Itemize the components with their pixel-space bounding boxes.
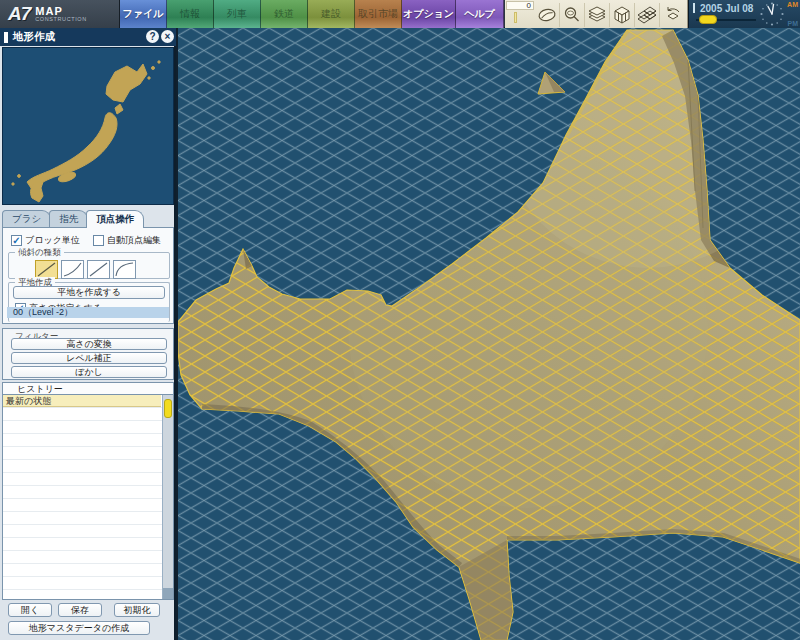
menu-options[interactable]: オプション xyxy=(402,0,456,28)
menu-market[interactable]: 取引市場 xyxy=(355,0,402,28)
history-scroll-end[interactable] xyxy=(163,588,173,599)
view-toolbar: 0 xyxy=(505,0,688,28)
slope-diagonal-icon[interactable] xyxy=(87,260,110,279)
history-scrollbar[interactable] xyxy=(162,395,173,599)
slope-type-legend: 傾斜の種類 xyxy=(15,247,64,259)
help-icon[interactable]: ? xyxy=(146,30,159,43)
blur-button[interactable]: ぼかし xyxy=(11,366,167,378)
init-button[interactable]: 初期化 xyxy=(114,603,160,617)
block-unit-label: ブロック単位 xyxy=(25,234,80,247)
menu-file[interactable]: ファイル xyxy=(120,0,167,28)
slope-concave-icon[interactable] xyxy=(61,260,84,279)
panel-title: 地形作成 xyxy=(13,30,55,44)
menu-construction[interactable]: 建設 xyxy=(308,0,355,28)
date-marker xyxy=(693,3,695,13)
analog-clock-icon xyxy=(759,1,785,27)
toolbar-indicator xyxy=(514,12,517,23)
minimap-hokkaido xyxy=(106,64,147,102)
master-data-button[interactable]: 地形マスタデータの作成 xyxy=(8,621,150,635)
terrain-disc-icon[interactable] xyxy=(535,3,560,27)
magnifier-icon[interactable] xyxy=(560,3,585,27)
rotate-layer-icon[interactable] xyxy=(660,3,685,27)
history-scroll-thumb[interactable] xyxy=(164,399,172,418)
filter-section: フィルター 高さの変換 レベル補正 ぼかし xyxy=(2,328,174,380)
menu-info[interactable]: 情報 xyxy=(167,0,214,28)
menu-railway[interactable]: 鉄道 xyxy=(261,0,308,28)
counter-display: 0 xyxy=(506,1,534,10)
app-logo: A7 MAP CONSTRUCTION xyxy=(0,0,120,28)
logo-construction-text: CONSTRUCTION xyxy=(35,17,87,23)
block-unit-checkbox[interactable]: ✓ xyxy=(11,235,22,246)
menu-help[interactable]: ヘルプ xyxy=(456,0,504,28)
level-correction-button[interactable]: レベル補正 xyxy=(11,352,167,364)
height-level-value[interactable]: 00（Level -2） xyxy=(7,307,169,318)
menu-bar: ファイル 情報 列車 鉄道 建設 取引市場 オプション ヘルプ xyxy=(120,0,504,28)
tab-vertex-operation[interactable]: 頂点操作 xyxy=(86,210,144,228)
game-clock-panel: 2005 Jul 08 AM PM xyxy=(688,0,800,28)
layer-stack-icon[interactable] xyxy=(585,3,610,27)
time-slider-thumb[interactable] xyxy=(699,15,717,24)
app-window: A7 MAP CONSTRUCTION ファイル 情報 列車 鉄道 建設 取引市… xyxy=(0,0,800,640)
panel-title-bar: 地形作成 ? × xyxy=(0,28,176,46)
terrain-tool-panel: 地形作成 ? × ブラシ 指先 頂点操作 xyxy=(0,28,176,640)
auto-vertex-label: 自動頂点編集 xyxy=(107,234,161,247)
mesh-icon[interactable] xyxy=(635,3,660,27)
tool-tabs: ブラシ 指先 頂点操作 xyxy=(2,210,142,228)
terrain-3d-view[interactable] xyxy=(178,28,800,640)
am-label: AM xyxy=(787,1,798,8)
vertex-tab-content: ✓ ブロック単位 自動頂点編集 傾斜の種類 xyxy=(2,227,174,324)
game-date: 2005 Jul 08 xyxy=(700,3,753,14)
pm-label: PM xyxy=(788,20,799,27)
create-flat-button[interactable]: 平地を作成する xyxy=(13,286,165,299)
title-accent-bar xyxy=(4,32,8,43)
a7-logo-icon: A7 xyxy=(8,3,30,25)
slope-convex-icon[interactable] xyxy=(113,260,136,279)
tab-brush[interactable]: ブラシ xyxy=(2,210,51,228)
block-stack-icon[interactable] xyxy=(610,3,635,27)
history-item-latest[interactable]: 最新の状態 xyxy=(3,395,161,407)
height-convert-button[interactable]: 高さの変換 xyxy=(11,338,167,350)
top-menu-bar: A7 MAP CONSTRUCTION ファイル 情報 列車 鉄道 建設 取引市… xyxy=(0,0,800,28)
japan-minimap[interactable] xyxy=(2,47,174,205)
close-icon[interactable]: × xyxy=(161,30,174,43)
open-button[interactable]: 開く xyxy=(8,603,52,617)
history-list[interactable]: 最新の状態 xyxy=(2,394,174,600)
auto-vertex-checkbox[interactable] xyxy=(93,235,104,246)
menu-train[interactable]: 列車 xyxy=(214,0,261,28)
save-button[interactable]: 保存 xyxy=(58,603,102,617)
tab-fingertip[interactable]: 指先 xyxy=(49,210,88,228)
